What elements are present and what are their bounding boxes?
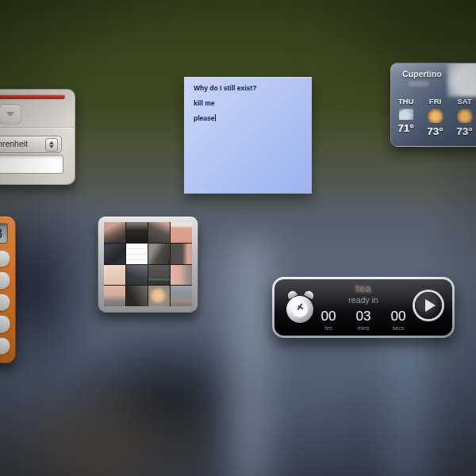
calculator-button[interactable] (0, 271, 10, 289)
background-blur-dark-bottomleft (48, 317, 286, 476)
puzzle-tile[interactable] (126, 286, 148, 306)
play-icon (425, 299, 436, 312)
timer-hours-label: hrs (311, 325, 346, 331)
timer-hours: 00 (311, 309, 346, 324)
timer-minutes-label: mins (346, 325, 381, 331)
sticky-note-widget[interactable]: Why do I still exist? kill me please (184, 77, 312, 194)
puzzle-board (104, 222, 192, 306)
timer-seconds-group: 00 secs (381, 309, 416, 331)
puzzle-tile[interactable] (148, 222, 170, 243)
unit-converter-widget[interactable]: Fahrenheit (0, 89, 75, 185)
sunny-icon (457, 109, 473, 123)
puzzle-tile[interactable] (104, 265, 125, 286)
forecast-temp: 71° (391, 122, 420, 134)
timer-seconds: 00 (381, 309, 416, 324)
note-line: Why do I still exist? (184, 77, 312, 96)
weather-city: Cupertino (402, 69, 442, 79)
forecast-column: THU 71° (391, 97, 420, 134)
forecast-column: FRI 73° (420, 97, 450, 137)
forecast-temp: 73° (450, 125, 476, 137)
background-blur-brown (0, 373, 222, 476)
puzzle-tile[interactable] (104, 286, 125, 306)
puzzle-tile[interactable] (148, 244, 170, 264)
stepper-up-icon (49, 141, 54, 144)
timer-minutes: 03 (346, 309, 381, 324)
puzzle-tile[interactable] (104, 222, 125, 243)
puzzle-tile[interactable] (171, 286, 192, 306)
unit-select-value: Fahrenheit (0, 139, 28, 148)
dashboard-background: Fahrenheit Why do I still exist? kill me… (0, 0, 476, 476)
forecast-temp: 73° (420, 125, 450, 137)
note-line: kill me (184, 96, 312, 111)
background-light-streak (214, 238, 286, 476)
timer-seconds-label: secs (381, 325, 416, 331)
text-cursor (215, 114, 216, 121)
puzzle-tile[interactable] (171, 244, 192, 264)
forecast-day: FRI (420, 97, 450, 106)
timer-widget[interactable]: tea ready in 00 hrs 03 mins 00 secs (272, 277, 455, 338)
puzzle-tile[interactable] (171, 222, 192, 243)
puzzle-tile[interactable] (148, 265, 170, 286)
calculator-button[interactable] (0, 337, 10, 355)
weather-widget[interactable]: Cupertino THU 71° FRI 73° SAT 73° (390, 63, 476, 147)
converter-accent-bar (0, 94, 65, 99)
calculator-button[interactable] (0, 294, 10, 311)
background-blur-dark-left (0, 182, 111, 389)
note-line: please (184, 111, 312, 126)
timer-hours-group: 00 hrs (311, 309, 346, 331)
unit-stepper[interactable] (45, 138, 58, 152)
timer-body: tea ready in 00 hrs 03 mins 00 secs (274, 279, 452, 336)
forecast-day: THU (391, 97, 420, 106)
puzzle-tile[interactable] (171, 265, 192, 286)
calculator-button[interactable] (0, 315, 10, 332)
timer-minutes-group: 03 mins (346, 309, 381, 331)
converter-dropdown-icon[interactable] (0, 104, 21, 125)
calculator-widget[interactable]: 3 (0, 216, 16, 363)
forecast-day: SAT (450, 97, 476, 106)
tile-puzzle-widget[interactable] (98, 216, 198, 313)
cloudy-icon (399, 109, 413, 120)
puzzle-tile[interactable] (126, 265, 148, 286)
weather-detail-smudge (409, 81, 429, 86)
calculator-display: 3 (0, 223, 8, 244)
puzzle-tile[interactable] (126, 222, 148, 243)
timer-start-button[interactable] (415, 292, 442, 319)
calculator-button[interactable] (0, 250, 10, 267)
unit-select[interactable]: Fahrenheit (0, 136, 62, 153)
forecast-column: SAT 73° (450, 97, 476, 137)
stepper-down-icon (49, 145, 54, 148)
puzzle-tile[interactable] (148, 286, 170, 306)
cloud-graphic (447, 63, 476, 97)
converter-value-input[interactable] (0, 155, 63, 174)
sunny-icon (428, 109, 443, 123)
puzzle-blank-tile[interactable] (126, 244, 148, 264)
calculator-keypad (0, 250, 10, 355)
puzzle-tile[interactable] (104, 244, 125, 264)
